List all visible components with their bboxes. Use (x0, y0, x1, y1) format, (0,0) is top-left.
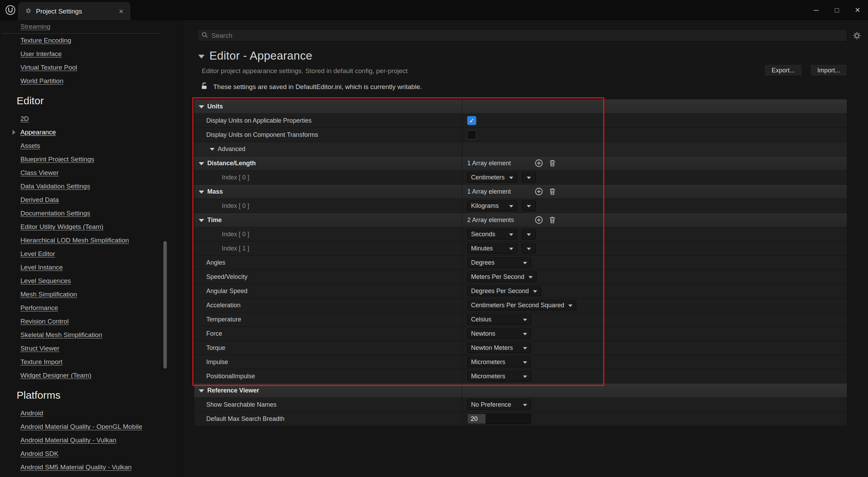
sidebar-item-android-sdk[interactable]: Android SDK (0, 447, 183, 460)
minimize-button[interactable]: ─ (806, 0, 826, 20)
add-element-icon[interactable] (534, 159, 543, 168)
force-dropdown[interactable]: Newtons (467, 328, 531, 339)
checkbox-display-units-component[interactable] (467, 130, 476, 139)
sidebar-item-android-mq-opengl[interactable]: Android Material Quality - OpenGL Mobile (0, 420, 183, 433)
collapse-icon[interactable] (199, 191, 204, 194)
row-label: Impulse (206, 359, 228, 366)
sidebar-item-streaming[interactable]: Streaming (0, 20, 183, 33)
impulse-dropdown[interactable]: Micrometers (467, 357, 531, 367)
maximize-button[interactable]: □ (826, 0, 847, 20)
close-button[interactable]: ✕ (847, 0, 868, 20)
sidebar-item-widget-designer[interactable]: Widget Designer (Team) (0, 369, 183, 382)
sidebar-item-user-interface[interactable]: User Interface (0, 47, 183, 61)
array-row-mass[interactable]: Mass 1 Array element (194, 185, 847, 199)
collapse-icon[interactable] (210, 148, 215, 151)
sidebar-item-struct-viewer[interactable]: Struct Viewer (0, 342, 183, 355)
sidebar-item-2d[interactable]: 2D (0, 112, 183, 125)
search-bar[interactable] (197, 29, 847, 42)
collapse-icon[interactable] (199, 219, 204, 222)
sidebar-item-data-validation-settings[interactable]: Data Validation Settings (0, 179, 183, 193)
category-label: Reference Viewer (207, 387, 259, 394)
torque-dropdown[interactable]: Newton Meters (467, 343, 531, 353)
page-subtitle: Editor project appearance settings. Stor… (202, 67, 408, 75)
mass-unit-dropdown[interactable]: Kilograms (467, 201, 517, 211)
expand-arrow-icon (12, 130, 16, 135)
array-row-time[interactable]: Time 2 Array elements (194, 213, 847, 227)
row-default-max-search-breadth: Default Max Search Breadth 20 (194, 412, 847, 426)
sidebar-item-skeletal-mesh-simplification[interactable]: Skeletal Mesh Simplification (0, 328, 183, 342)
element-options-dropdown[interactable] (522, 172, 536, 183)
search-input[interactable] (211, 32, 843, 39)
category-row-reference-viewer[interactable]: Reference Viewer (194, 383, 847, 398)
sidebar-item-appearance[interactable]: Appearance (0, 125, 183, 139)
dropdown-value: Seconds (471, 231, 495, 238)
chevron-down-icon (509, 205, 513, 207)
settings-gear-icon[interactable] (851, 29, 863, 42)
positional-impulse-dropdown[interactable]: Micrometers (467, 371, 531, 381)
acceleration-dropdown[interactable]: Centimeters Per Second Squared (467, 300, 576, 310)
angles-dropdown[interactable]: Degrees (467, 257, 531, 268)
collapse-icon[interactable] (198, 55, 205, 59)
max-breadth-input[interactable]: 20 (467, 414, 531, 424)
sidebar-item-derived-data[interactable]: Derived Data (0, 193, 183, 206)
category-row-units[interactable]: Units (194, 99, 847, 114)
import-button[interactable]: Import... (810, 64, 847, 76)
add-element-icon[interactable] (534, 187, 543, 196)
show-searchable-names-dropdown[interactable]: No Preference (467, 399, 531, 410)
sidebar-item-android[interactable]: Android (0, 406, 183, 420)
time-unit-dropdown-0[interactable]: Seconds (467, 229, 517, 239)
temperature-dropdown[interactable]: Celsius (467, 314, 531, 325)
sidebar-item-hierarchical-lod[interactable]: Hierarchical LOD Mesh Simplification (0, 233, 183, 247)
distance-unit-dropdown[interactable]: Centimeters (467, 172, 517, 183)
sidebar-item-mesh-simplification[interactable]: Mesh Simplification (0, 288, 183, 301)
element-options-dropdown[interactable] (522, 201, 536, 211)
sidebar-item-level-sequences[interactable]: Level Sequences (0, 274, 183, 288)
speed-dropdown[interactable]: Meters Per Second (467, 272, 536, 282)
export-button[interactable]: Export... (764, 64, 802, 76)
sidebar-item-world-partition[interactable]: World Partition (0, 74, 183, 88)
tab-close-icon[interactable]: ✕ (119, 8, 124, 15)
angular-speed-dropdown[interactable]: Degrees Per Second (467, 286, 541, 296)
delete-array-icon[interactable] (548, 216, 557, 224)
window-controls: ─ □ ✕ (806, 0, 868, 20)
sidebar-item-virtual-texture-pool[interactable]: Virtual Texture Pool (0, 61, 183, 74)
tab-project-settings[interactable]: Project Settings ✕ (18, 2, 130, 20)
dropdown-value: Centimeters (471, 174, 505, 181)
array-row-distance-length[interactable]: Distance/Length 1 Array element (194, 156, 847, 170)
sidebar-item-class-viewer[interactable]: Class Viewer (0, 166, 183, 179)
delete-array-icon[interactable] (548, 159, 557, 167)
sidebar-scrollbar[interactable] (163, 241, 167, 369)
row-label: Speed/Velocity (206, 273, 247, 281)
sidebar-item-performance[interactable]: Performance (0, 301, 183, 315)
collapse-icon[interactable] (199, 105, 204, 108)
delete-array-icon[interactable] (548, 187, 557, 196)
element-options-dropdown[interactable] (522, 243, 536, 254)
category-label: Mass (207, 188, 223, 195)
row-label: PositionalImpulse (206, 373, 255, 380)
collapse-icon[interactable] (199, 389, 204, 392)
sidebar-item-android-mq-vulkan[interactable]: Android Material Quality - Vulkan (0, 433, 183, 447)
sidebar-item-assets[interactable]: Assets (0, 139, 183, 152)
sidebar-item-documentation-settings[interactable]: Documentation Settings (0, 206, 183, 220)
sidebar-item-android-sm5[interactable]: Android SM5 Material Quality - Vulkan (0, 460, 183, 474)
titlebar: Project Settings ✕ ─ □ ✕ (0, 0, 868, 20)
time-unit-dropdown-1[interactable]: Minutes (467, 243, 517, 254)
checkbox-display-units-applicable[interactable]: ✓ (467, 116, 476, 125)
sidebar-item-blueprint-project-settings[interactable]: Blueprint Project Settings (0, 152, 183, 166)
sidebar-item-editor-utility-widgets[interactable]: Editor Utility Widgets (Team) (0, 220, 183, 233)
row-label: Index [ 0 ] (222, 202, 249, 210)
sidebar-item-texture-import[interactable]: Texture Import (0, 355, 183, 369)
chevron-down-icon (523, 319, 527, 321)
collapse-icon[interactable] (199, 162, 204, 165)
sidebar-item-revision-control[interactable]: Revision Control (0, 315, 183, 328)
add-element-icon[interactable] (534, 215, 543, 224)
sidebar-item-texture-encoding[interactable]: Texture Encoding (0, 34, 183, 47)
element-options-dropdown[interactable] (522, 229, 536, 239)
config-note: These settings are saved in DefaultEdito… (200, 82, 422, 92)
dropdown-value: No Preference (471, 401, 511, 408)
sidebar-item-level-instance[interactable]: Level Instance (0, 260, 183, 274)
sidebar-item-level-editor[interactable]: Level Editor (0, 247, 183, 260)
main-content: Editor - Appearance Editor project appea… (183, 20, 868, 477)
subcategory-row-advanced[interactable]: Advanced (194, 142, 847, 156)
array-count: 2 Array elements (467, 217, 530, 224)
